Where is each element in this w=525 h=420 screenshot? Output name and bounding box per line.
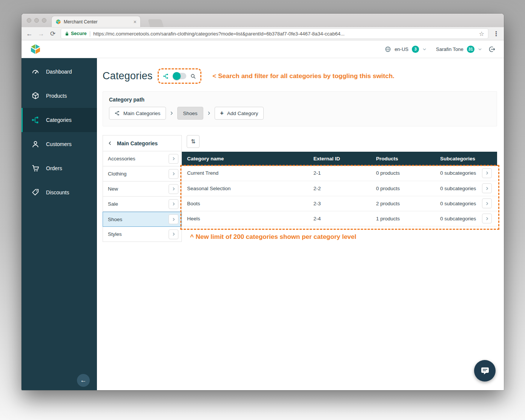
sidebar-item-discounts[interactable]: Discounts bbox=[21, 180, 97, 205]
browser-window: Merchant Center × ← → ⟳ Secure | https:/… bbox=[21, 14, 504, 390]
chevron-right-icon bbox=[172, 217, 176, 222]
commercetools-logo bbox=[30, 43, 41, 55]
breadcrumb-current-label: Shoes bbox=[183, 111, 197, 116]
list-item-sale[interactable]: Sale bbox=[103, 197, 182, 212]
drill-in-button[interactable] bbox=[169, 199, 178, 209]
reload-icon[interactable]: ⟳ bbox=[49, 31, 56, 37]
open-row-button[interactable] bbox=[482, 198, 492, 208]
minimize-window-button[interactable] bbox=[34, 18, 39, 23]
list-item-label: Styles bbox=[108, 231, 122, 237]
drill-in-button[interactable] bbox=[169, 214, 178, 224]
categories-icon bbox=[31, 116, 40, 124]
list-item-label: Shoes bbox=[108, 217, 122, 222]
drill-in-button[interactable] bbox=[169, 169, 178, 179]
locale-selector[interactable]: en-US 3 bbox=[382, 46, 430, 53]
open-row-button[interactable] bbox=[482, 168, 492, 178]
table-row[interactable]: Heels 2-4 1 products 0 subcategories bbox=[182, 211, 497, 226]
cell-subcategories: 0 subcategories bbox=[435, 181, 497, 196]
list-item-accessories[interactable]: Accessories bbox=[103, 151, 182, 166]
cell-subcategories: 0 subcategories bbox=[435, 166, 497, 181]
search-annotation: < Search and filter for all categories b… bbox=[213, 72, 395, 80]
secure-label: Secure bbox=[71, 31, 87, 36]
url-text: https://mc.commercetools.com/sarafin-clo… bbox=[93, 31, 476, 37]
breadcrumb-current-button[interactable]: Shoes bbox=[177, 107, 203, 120]
cell-subcategories: 0 subcategories bbox=[435, 196, 497, 211]
close-window-button[interactable] bbox=[27, 18, 31, 23]
chat-launcher-button[interactable] bbox=[474, 360, 496, 382]
category-list-header-label: Main Categories bbox=[117, 140, 158, 146]
tab-title: Merchant Center bbox=[64, 19, 131, 25]
browser-tab[interactable]: Merchant Center × bbox=[52, 16, 140, 27]
sidebar-item-customers[interactable]: Customers bbox=[21, 132, 97, 156]
sidebar-collapse-button[interactable]: ← bbox=[77, 374, 90, 387]
sort-button[interactable]: ⇅ bbox=[187, 135, 200, 148]
open-row-button[interactable] bbox=[482, 214, 492, 223]
drill-in-button[interactable] bbox=[169, 229, 178, 239]
cell-category-name: Boots bbox=[182, 196, 308, 211]
list-item-clothing[interactable]: Clothing bbox=[103, 166, 182, 182]
add-category-button[interactable]: + Add Category bbox=[215, 107, 264, 120]
sidebar-item-products[interactable]: Products bbox=[21, 84, 97, 108]
sidebar-item-categories[interactable]: Categories bbox=[21, 108, 97, 132]
logout-icon[interactable] bbox=[488, 46, 496, 53]
bookmark-star-icon[interactable]: ☆ bbox=[479, 30, 484, 37]
column-header-products: Products bbox=[371, 152, 435, 166]
categories-panels: Main Categories Accessories Clothing New bbox=[103, 135, 497, 242]
browser-menu-icon[interactable]: ⋮ bbox=[493, 31, 499, 37]
list-item-styles[interactable]: Styles bbox=[103, 227, 182, 242]
browser-tab-bar: Merchant Center × bbox=[21, 14, 504, 27]
search-icon[interactable] bbox=[190, 73, 196, 79]
table-row[interactable]: Seasonal Selection 2-2 0 products 0 subc… bbox=[182, 181, 497, 196]
list-item-new[interactable]: New bbox=[103, 182, 182, 197]
customers-icon bbox=[31, 140, 40, 148]
window-controls bbox=[27, 18, 46, 23]
account-count-badge: 31 bbox=[467, 46, 474, 53]
subcategories-count: 0 subcategories bbox=[440, 170, 476, 176]
zoom-window-button[interactable] bbox=[42, 18, 46, 23]
subcategories-panel: ⇅ Category name External ID Products Sub… bbox=[182, 135, 497, 241]
table-header-row: Category name External ID Products Subca… bbox=[182, 152, 497, 166]
cell-category-name: Seasonal Selection bbox=[182, 181, 308, 196]
sidebar-item-label: Customers bbox=[46, 141, 72, 147]
cell-external-id: 2-1 bbox=[308, 166, 371, 181]
limit-annotation: ^ New limit of 200 categories shown per … bbox=[190, 233, 497, 241]
search-mode-toggle[interactable] bbox=[173, 73, 186, 79]
tab-close-icon[interactable]: × bbox=[134, 19, 137, 25]
breadcrumb-root-label: Main Categories bbox=[123, 111, 160, 116]
categories-page: Categories < Search and filter for all c… bbox=[97, 58, 504, 390]
sidebar-item-orders[interactable]: Orders bbox=[21, 156, 97, 180]
category-list-header[interactable]: Main Categories bbox=[103, 135, 182, 151]
drill-in-button[interactable] bbox=[169, 154, 178, 164]
page-title-row: Categories < Search and filter for all c… bbox=[103, 68, 497, 84]
chevron-right-icon bbox=[172, 172, 176, 176]
cell-external-id: 2-4 bbox=[308, 211, 371, 226]
chat-bubble-icon bbox=[480, 366, 490, 376]
app-body: Dashboard Products Categories Customers … bbox=[21, 58, 504, 390]
list-item-shoes[interactable]: Shoes bbox=[103, 212, 182, 227]
cell-category-name: Current Trend bbox=[182, 166, 308, 181]
breadcrumb-main-categories-button[interactable]: Main Categories bbox=[109, 107, 166, 120]
category-path-label: Category path bbox=[109, 97, 491, 103]
chevron-right-icon bbox=[207, 111, 211, 115]
url-field[interactable]: Secure | https://mc.commercetools.com/sa… bbox=[61, 29, 488, 38]
new-tab-button[interactable] bbox=[148, 19, 164, 27]
sort-icon: ⇅ bbox=[191, 138, 196, 145]
table-row[interactable]: Current Trend 2-1 0 products 0 subcatego… bbox=[182, 166, 497, 181]
open-row-button[interactable] bbox=[482, 183, 492, 193]
chevron-down-icon bbox=[422, 47, 427, 51]
drill-in-button[interactable] bbox=[169, 184, 178, 194]
table-row[interactable]: Boots 2-3 2 products 0 subcategories bbox=[182, 196, 497, 211]
url-separator: | bbox=[89, 31, 91, 37]
back-icon[interactable]: ← bbox=[26, 31, 33, 37]
sidebar-item-label: Categories bbox=[46, 117, 72, 123]
commercetools-favicon bbox=[55, 19, 61, 25]
column-header-external-id: External ID bbox=[308, 152, 371, 166]
orders-icon bbox=[31, 164, 40, 172]
locale-count-badge: 3 bbox=[412, 46, 419, 53]
cell-products: 1 products bbox=[371, 211, 435, 226]
sidebar-item-dashboard[interactable]: Dashboard bbox=[21, 60, 97, 84]
account-selector[interactable]: Sarafin Tone 31 bbox=[433, 46, 485, 53]
subcategories-count: 0 subcategories bbox=[440, 201, 476, 206]
forward-icon[interactable]: → bbox=[38, 31, 45, 37]
list-item-label: Accessories bbox=[108, 156, 135, 162]
